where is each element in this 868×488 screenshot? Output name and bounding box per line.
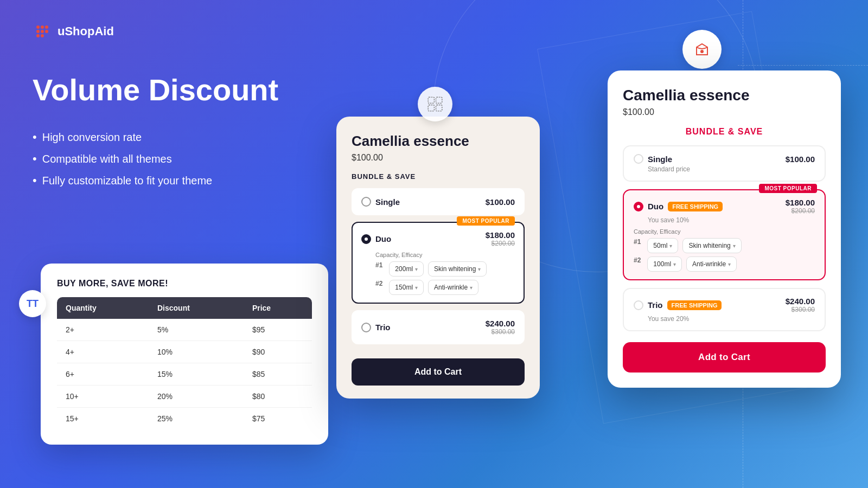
size-dropdown-1-right[interactable]: 50ml ▾ bbox=[647, 238, 678, 253]
duo-save-right: You save 10% bbox=[648, 216, 815, 224]
cell-discount: 20% bbox=[149, 386, 244, 408]
free-shipping-badge-duo: FREE SHIPPING bbox=[668, 202, 723, 211]
cell-discount: 25% bbox=[149, 408, 244, 430]
dropdowns-row-2-middle: #2 150ml ▾ Anti-wrinkle ▾ bbox=[375, 280, 515, 295]
table-card: BUY MORE, SAVE MORE! Quantity Discount P… bbox=[41, 264, 328, 445]
table-header-row: Quantity Discount Price bbox=[57, 297, 312, 319]
duo-orig-price-middle: $200.00 bbox=[486, 240, 515, 247]
type-dropdown-1-middle[interactable]: Skin whitening ▾ bbox=[428, 261, 487, 277]
cell-discount: 10% bbox=[149, 341, 244, 363]
radio-duo-middle[interactable] bbox=[361, 234, 371, 244]
selection-icon bbox=[426, 95, 444, 113]
header: uShopAid bbox=[33, 22, 114, 41]
single-price-right: $100.00 bbox=[786, 155, 815, 164]
size-dropdown-1-middle[interactable]: 200ml ▾ bbox=[389, 261, 424, 277]
svg-point-0 bbox=[36, 25, 40, 29]
dropdowns-row-1-middle: #1 200ml ▾ Skin whitening ▾ bbox=[375, 261, 515, 277]
cell-price: $95 bbox=[244, 319, 312, 341]
radio-single-right[interactable] bbox=[634, 154, 643, 164]
radio-trio-middle[interactable] bbox=[361, 323, 371, 332]
duo-orig-price-right: $200.00 bbox=[786, 207, 815, 215]
middle-product-name: Camellia essence bbox=[352, 133, 525, 150]
top-right-icon-circle bbox=[682, 30, 722, 69]
radio-trio-right[interactable] bbox=[634, 300, 643, 310]
svg-rect-11 bbox=[428, 105, 434, 111]
size-dropdown-2-right[interactable]: 100ml ▾ bbox=[647, 256, 682, 272]
right-bundle-label: BUNDLE & SAVE bbox=[623, 127, 826, 137]
cell-quantity: 4+ bbox=[57, 341, 149, 363]
svg-rect-10 bbox=[436, 97, 442, 103]
type-dropdown-1-right[interactable]: Skin whitening ▾ bbox=[682, 238, 741, 253]
svg-rect-12 bbox=[436, 105, 442, 111]
bullet-3: Fully customizable to fit your theme bbox=[33, 174, 212, 188]
single-label-middle: Single bbox=[375, 197, 486, 207]
trio-label-middle: Trio bbox=[375, 323, 486, 332]
add-to-cart-button-middle[interactable]: Add to Cart bbox=[352, 358, 525, 386]
table-row: 4+10%$90 bbox=[57, 341, 312, 363]
size-dropdown-2-middle[interactable]: 150ml ▾ bbox=[389, 280, 424, 295]
svg-point-4 bbox=[41, 30, 44, 33]
trio-label-right: Trio bbox=[648, 300, 663, 310]
radio-duo-right[interactable] bbox=[634, 202, 643, 211]
row-num-2: #2 bbox=[375, 280, 382, 295]
bullet-2: Compatible with all themes bbox=[33, 152, 212, 166]
table-row: 6+15%$85 bbox=[57, 363, 312, 386]
svg-point-3 bbox=[36, 30, 40, 33]
dropdowns-row-2-right: #2 100ml ▾ Anti-wrinkle ▾ bbox=[634, 256, 815, 272]
right-option-single[interactable]: Single $100.00 Standard price bbox=[623, 145, 826, 182]
cell-quantity: 6+ bbox=[57, 363, 149, 386]
free-shipping-badge-trio: FREE SHIPPING bbox=[667, 300, 722, 310]
right-product-price: $100.00 bbox=[623, 107, 826, 117]
row-num-1: #1 bbox=[375, 261, 382, 277]
middle-option-trio[interactable]: Trio $240.00 $300.00 bbox=[352, 310, 525, 344]
middle-bundle-label: BUNDLE & SAVE bbox=[352, 172, 525, 181]
right-option-trio[interactable]: Trio FREE SHIPPING $240.00 $300.00 You s… bbox=[623, 288, 826, 331]
svg-point-7 bbox=[41, 34, 44, 37]
duo-label-middle: Duo bbox=[375, 234, 486, 243]
radio-single-middle[interactable] bbox=[361, 197, 371, 207]
svg-point-1 bbox=[41, 25, 44, 29]
right-card: Camellia essence $100.00 BUNDLE & SAVE S… bbox=[608, 70, 841, 388]
tt-icon: TT bbox=[19, 290, 46, 317]
table-row: 2+5%$95 bbox=[57, 319, 312, 341]
single-sublabel-right: Standard price bbox=[648, 165, 815, 173]
capacity-label-right: Capacity, Efficacy bbox=[634, 228, 815, 235]
capacity-label-middle: Capacity, Efficacy bbox=[375, 252, 515, 258]
logo-text: uShopAid bbox=[58, 24, 114, 38]
middle-option-duo[interactable]: MOST POPULAR Duo $180.00 $200.00 Capacit… bbox=[352, 222, 525, 304]
middle-option-single[interactable]: Single $100.00 bbox=[352, 188, 525, 215]
bullet-1: High conversion rate bbox=[33, 130, 212, 144]
table-card-title: BUY MORE, SAVE MORE! bbox=[57, 279, 312, 288]
dropdowns-row-1-right: #1 50ml ▾ Skin whitening ▾ bbox=[634, 238, 815, 253]
col-discount: Discount bbox=[149, 297, 244, 319]
row-num-2-right: #2 bbox=[634, 256, 641, 272]
svg-point-5 bbox=[45, 30, 48, 33]
table-row: 10+20%$80 bbox=[57, 386, 312, 408]
svg-point-6 bbox=[36, 34, 40, 37]
most-popular-badge-right: MOST POPULAR bbox=[759, 184, 817, 193]
cell-price: $85 bbox=[244, 363, 312, 386]
hero-title: Volume Discount bbox=[33, 73, 278, 107]
most-popular-badge-middle: MOST POPULAR bbox=[457, 216, 515, 226]
col-price: Price bbox=[244, 297, 312, 319]
svg-point-2 bbox=[45, 25, 48, 29]
table-row: 15+25%$75 bbox=[57, 408, 312, 430]
col-quantity: Quantity bbox=[57, 297, 149, 319]
cell-quantity: 2+ bbox=[57, 319, 149, 341]
trio-save-right: You save 20% bbox=[648, 315, 815, 323]
type-dropdown-2-right[interactable]: Anti-wrinkle ▾ bbox=[686, 256, 737, 272]
row-num-1-right: #1 bbox=[634, 238, 641, 253]
cell-discount: 5% bbox=[149, 319, 244, 341]
duo-price-right: $180.00 bbox=[786, 198, 815, 207]
middle-card: Camellia essence $100.00 BUNDLE & SAVE S… bbox=[336, 117, 540, 399]
trio-orig-price-middle: $300.00 bbox=[486, 328, 515, 336]
single-label-right: Single bbox=[648, 155, 672, 164]
add-to-cart-button-right[interactable]: Add to Cart bbox=[623, 342, 826, 373]
cell-price: $75 bbox=[244, 408, 312, 430]
single-price-middle: $100.00 bbox=[486, 197, 515, 207]
svg-rect-9 bbox=[428, 97, 434, 103]
type-dropdown-2-middle[interactable]: Anti-wrinkle ▾ bbox=[428, 280, 478, 295]
right-option-duo[interactable]: MOST POPULAR Duo FREE SHIPPING $180.00 $… bbox=[623, 189, 826, 280]
middle-product-price: $100.00 bbox=[352, 153, 525, 163]
trio-price-right: $240.00 bbox=[786, 297, 815, 306]
